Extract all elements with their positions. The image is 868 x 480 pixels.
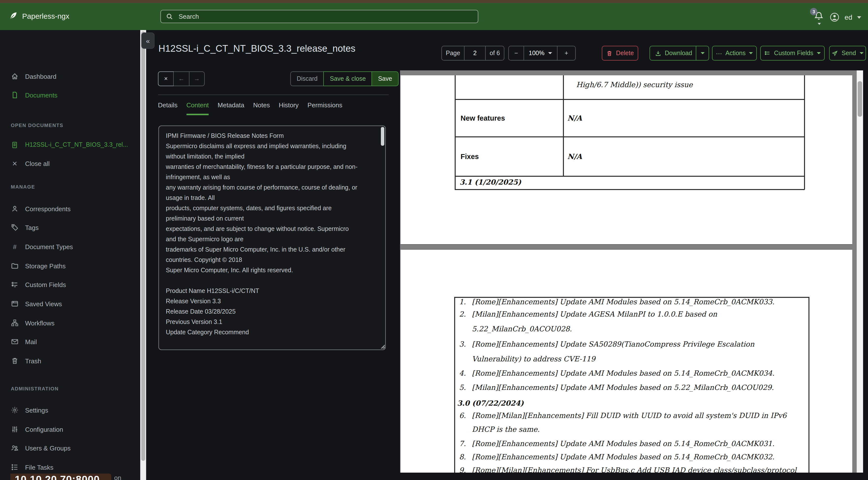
sidebar-item-users-groups[interactable]: Users & Groups [0, 442, 140, 454]
zoom-control: − 100% + [508, 46, 576, 61]
sidebar-item-custom-fields[interactable]: Custom Fields [0, 278, 140, 291]
pdf-list-item: 5.22_MilanCrb_0ACOU028. [472, 325, 572, 333]
home-icon [11, 72, 19, 80]
send-label: Send [842, 50, 856, 57]
content-textarea[interactable]: IPMI Firmware / BIOS Release Notes Form … [158, 125, 386, 350]
sidebar-item-label: Users & Groups [25, 444, 71, 452]
sidebar-item-trash[interactable]: Trash [0, 355, 140, 367]
zoom-level-value: 100% [529, 50, 545, 57]
user-menu-caret-icon[interactable] [857, 16, 861, 19]
delete-label: Delete [616, 50, 634, 57]
hash-icon: # [11, 243, 19, 250]
save-button[interactable]: Save [372, 71, 399, 86]
send-button[interactable]: Send [829, 46, 866, 61]
textarea-resize-handle[interactable] [379, 343, 385, 349]
tab-details[interactable]: Details [158, 101, 178, 115]
sidebar-item-documents[interactable]: Documents [0, 89, 140, 101]
sidebar-item-settings[interactable]: Settings [0, 404, 140, 417]
download-button[interactable]: Download [650, 46, 709, 61]
brand-home-link[interactable]: Paperless-ngx [9, 11, 69, 20]
actions-button[interactable]: ⋯ Actions [712, 46, 757, 61]
table-border [455, 99, 805, 100]
pdf-row-label: Fixes [461, 153, 479, 160]
status-url: 10.10.20.70:8000 [15, 474, 100, 480]
delete-button[interactable]: Delete [602, 46, 638, 61]
tab-permissions[interactable]: Permissions [308, 101, 342, 115]
avatar[interactable] [830, 12, 840, 22]
tag-icon [11, 223, 19, 231]
mail-icon [11, 338, 19, 346]
zoom-level-select[interactable]: 100% [524, 46, 557, 60]
documents-icon [11, 91, 19, 99]
editor-tabs: Details Content Metadata Notes History P… [158, 101, 342, 115]
pdf-list-item: DHCP is the same. [472, 425, 540, 433]
username[interactable]: ed [845, 13, 852, 21]
editor-divider [158, 94, 389, 95]
next-document-button[interactable]: → [189, 72, 204, 86]
sidebar-item-dashboard[interactable]: Dashboard [0, 70, 140, 83]
sidebar-item-label: Settings [25, 407, 48, 414]
sidebar-item-label: Tags [25, 224, 39, 231]
sidebar-scrollbar[interactable] [140, 30, 146, 480]
sidebar-item-file-tasks[interactable]: File Tasks [0, 461, 140, 474]
tab-history[interactable]: History [279, 101, 299, 115]
sidebar-item-label: Document Types [25, 243, 73, 250]
sidebar-item-label: Dashboard [25, 72, 56, 80]
table-border [454, 297, 455, 473]
pdf-list-item: [Milan][Enhancements] Update AMI Modules… [472, 384, 774, 391]
sidebar-item-label: Configuration [25, 426, 63, 433]
zoom-in-button[interactable]: + [557, 46, 575, 60]
brand-label: Paperless-ngx [22, 11, 69, 20]
search-box[interactable] [160, 10, 478, 23]
sidebar-item-workflows[interactable]: Workflows [0, 317, 140, 329]
pdf-page-2: 1.[Rome][Enhancements] Update AMI Module… [401, 249, 852, 473]
app-header: Paperless-ngx 3 ed [0, 3, 868, 30]
page-number-input[interactable]: 2 [464, 46, 485, 60]
zoom-out-button[interactable]: − [509, 46, 524, 60]
sidebar-item-tags[interactable]: Tags [0, 221, 140, 234]
save-and-close-button[interactable]: Save & close [323, 71, 372, 86]
pdf-list-item: [Rome][Enhancements] Update AMI Modules … [472, 369, 775, 377]
pdf-scrollbar-thumb[interactable] [858, 81, 862, 117]
sidebar-scrollbar-thumb[interactable] [141, 31, 145, 461]
sidebar-open-document[interactable]: H12SSL-i_C_CT_NT_BIOS_3.3_rel... [0, 138, 140, 151]
custom-fields-button[interactable]: Custom Fields [760, 46, 825, 61]
sidebar-item-configuration[interactable]: Configuration [0, 423, 140, 436]
tab-notes[interactable]: Notes [253, 101, 270, 115]
sidebar-item-label: Workflows [25, 319, 54, 327]
pdf-version-heading: 3.0 (07/22/2024) [457, 399, 524, 407]
sidebar-item-correspondents[interactable]: Correspondents [0, 202, 140, 215]
tab-metadata[interactable]: Metadata [218, 101, 244, 115]
previous-document-button[interactable]: ← [174, 72, 189, 86]
sidebar-item-document-types[interactable]: # Document Types [0, 240, 140, 253]
textarea-scrollbar-thumb[interactable] [381, 127, 384, 146]
sidebar-item-saved-views[interactable]: Saved Views [0, 297, 140, 310]
pdf-scrollbar[interactable] [857, 70, 863, 473]
discard-button[interactable]: Discard [290, 71, 323, 86]
pdf-list-item: [Rome][Enhancements] Update AMI Modules … [472, 440, 775, 448]
folder-icon [11, 262, 19, 270]
notifications-button[interactable]: 3 [814, 11, 825, 23]
sidebar-item-storage-paths[interactable]: Storage Paths [0, 260, 140, 272]
zoom-caret-icon [549, 52, 552, 54]
sidebar-close-all[interactable]: ✕ Close all [0, 157, 140, 170]
download-dropdown-button[interactable] [695, 46, 709, 60]
search-icon [166, 13, 173, 20]
close-document-button[interactable]: × [158, 71, 174, 86]
send-caret-icon [859, 52, 863, 54]
download-label: Download [665, 50, 692, 57]
pdf-preview-pane[interactable]: High/6.7 Middle)) security issue New fea… [400, 70, 857, 473]
page-count-label: of 6 [485, 46, 504, 60]
custom-fields-caret-icon [817, 52, 821, 54]
sidebar-item-label: Saved Views [25, 300, 62, 307]
pdf-list-item: [Rome][Enhancements] Update SA50289(Tian… [472, 340, 754, 348]
search-input[interactable] [178, 12, 473, 21]
pdf-text-security-issue: High/6.7 Middle)) security issue [576, 81, 693, 89]
open-document-icon [11, 141, 19, 148]
page-title: H12SSL-i_C_CT_NT_BIOS_3.3_release_notes [158, 43, 355, 54]
collapse-sidebar-button[interactable]: « [141, 32, 155, 49]
sidebar-item-mail[interactable]: Mail [0, 335, 140, 348]
clipped-documentation-link[interactable]: on [114, 474, 121, 480]
tab-content[interactable]: Content [186, 101, 209, 115]
page-navigation-control: Page 2 of 6 [441, 46, 504, 61]
